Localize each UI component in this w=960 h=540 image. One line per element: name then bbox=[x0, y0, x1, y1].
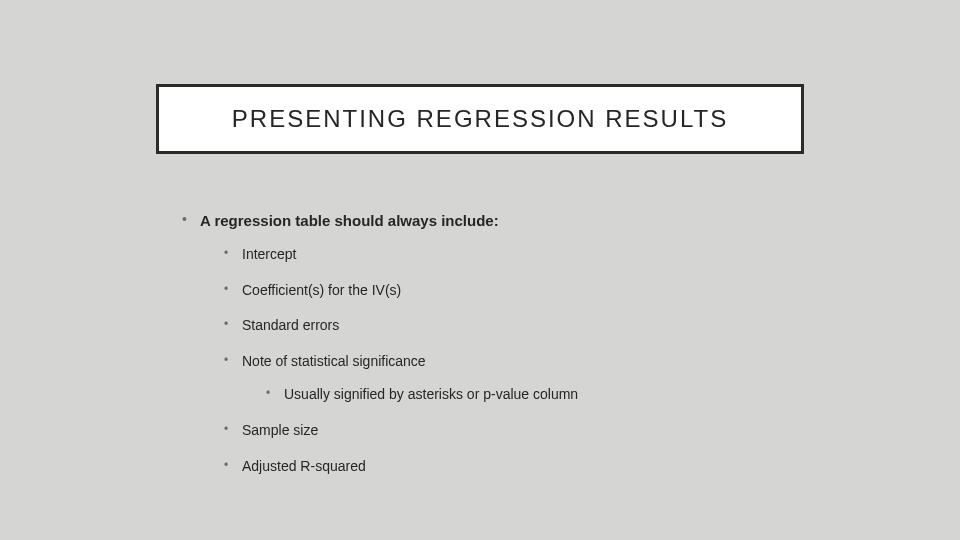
item-text: Standard errors bbox=[242, 317, 339, 333]
list-item: Usually signified by asterisks or p-valu… bbox=[266, 385, 822, 405]
slide-title-box: PRESENTING REGRESSION RESULTS bbox=[156, 84, 804, 154]
slide-content: A regression table should always include… bbox=[182, 210, 822, 492]
list-item: Adjusted R-squared bbox=[224, 457, 822, 477]
bullet-list-level2: Intercept Coefficient(s) for the IV(s) S… bbox=[200, 245, 822, 476]
item-text: Adjusted R-squared bbox=[242, 458, 366, 474]
item-text: Coefficient(s) for the IV(s) bbox=[242, 282, 401, 298]
list-item: Standard errors bbox=[224, 316, 822, 336]
list-item: Sample size bbox=[224, 421, 822, 441]
list-item: Intercept bbox=[224, 245, 822, 265]
list-item: Coefficient(s) for the IV(s) bbox=[224, 281, 822, 301]
bullet-list-level3: Usually signified by asterisks or p-valu… bbox=[242, 385, 822, 405]
intro-bullet: A regression table should always include… bbox=[182, 210, 822, 476]
slide-title: PRESENTING REGRESSION RESULTS bbox=[232, 105, 728, 133]
intro-text: A regression table should always include… bbox=[200, 212, 499, 229]
list-item: Note of statistical significance Usually… bbox=[224, 352, 822, 405]
item-text: Intercept bbox=[242, 246, 296, 262]
item-text: Sample size bbox=[242, 422, 318, 438]
item-text: Usually signified by asterisks or p-valu… bbox=[284, 386, 578, 402]
item-text: Note of statistical significance bbox=[242, 353, 426, 369]
bullet-list-level1: A regression table should always include… bbox=[182, 210, 822, 476]
